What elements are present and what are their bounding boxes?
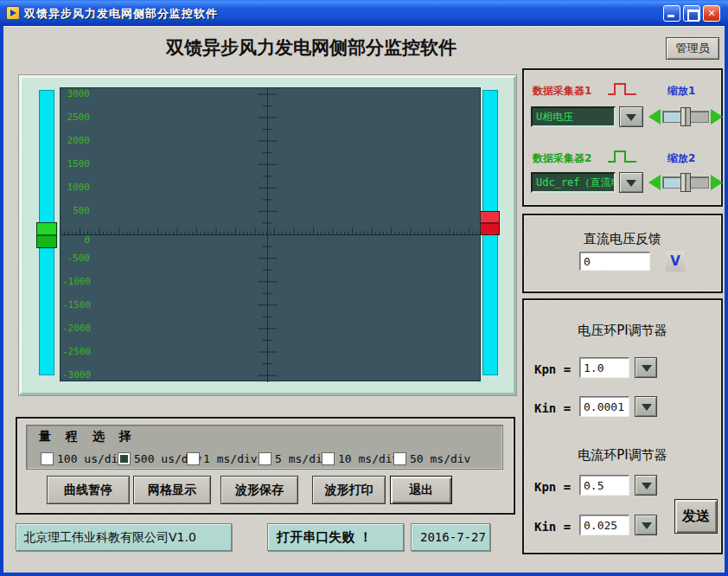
zoom2-slider[interactable] [648, 171, 723, 194]
collector1-label: 数据采集器1 [533, 84, 591, 99]
y-tick-label: 2000 [62, 135, 90, 146]
range-option-10ms[interactable]: 10 ms/div [322, 450, 399, 464]
collectors-panel: 数据采集器1 缩放1 U相电压 数据采集器2 缩放2 Udc_ref（直流电 [522, 68, 723, 207]
channel1-select[interactable]: U相电压 [531, 106, 616, 127]
channel2-dropdown-arrow-icon[interactable] [619, 172, 643, 193]
serial-error-message: 打开串口失败 ！ [267, 523, 404, 551]
voltage-kpn-dropdown-arrow-icon[interactable] [635, 357, 657, 378]
zoom1-slider[interactable] [648, 106, 723, 128]
app-window: 双馈异步风力发电网侧部分监控软件 ✕ 双馈异步风力发电网侧部分监控软件 管理员 … [0, 0, 728, 576]
current-kin-input[interactable] [579, 515, 629, 535]
y-tick-label: -2000 [62, 323, 90, 334]
range-option-100us[interactable]: 100 us/div [41, 450, 125, 464]
y-tick-label: 3000 [62, 88, 90, 99]
y-tick-label: -3000 [62, 369, 90, 381]
range-option-1ms[interactable]: 1 ms/div [187, 450, 258, 464]
checkbox-1ms[interactable] [187, 452, 200, 465]
voltage-kin-label: Kin = [534, 401, 571, 415]
close-button[interactable]: ✕ [703, 5, 720, 22]
admin-button[interactable]: 管理员 [666, 37, 719, 60]
range-title: 量 程 选 择 [39, 429, 137, 445]
y-tick-label: 2500 [62, 112, 90, 123]
date-display: 2016-7-27 [411, 523, 490, 551]
checkbox-10ms[interactable] [322, 452, 335, 465]
range-select-group: 量 程 选 择 100 us/div 500 us/div 1 ms/div 5… [26, 425, 503, 470]
current-kpn-input[interactable] [579, 475, 629, 496]
collector2-label: 数据采集器2 [533, 151, 591, 166]
channel2-select[interactable]: Udc_ref（直流电 [531, 172, 616, 193]
range-option-50ms[interactable]: 50 ms/div [393, 450, 470, 464]
oscilloscope-frame: 300025002000150010005000-500-1000-1500-2… [19, 75, 516, 395]
y-tick-label: -2500 [62, 346, 90, 357]
dc-feedback-input[interactable] [579, 252, 650, 271]
slider-thumb[interactable] [680, 173, 691, 192]
exit-button[interactable]: 退出 [390, 476, 452, 504]
maximize-button[interactable] [683, 5, 700, 22]
checkbox-50ms[interactable] [393, 452, 406, 465]
company-status: 北京理工伟业科教有限公司V1.0 [16, 523, 232, 551]
slider-right-arrow-icon[interactable] [711, 175, 723, 190]
window-title: 双馈异步风力发电网侧部分监控软件 [24, 6, 218, 22]
y-tick-label: 500 [62, 205, 90, 216]
zoom1-label: 缩放1 [667, 84, 695, 99]
print-waveform-button[interactable]: 波形打印 [312, 476, 386, 504]
checkbox-5ms[interactable] [259, 452, 271, 465]
voltage-kpn-input[interactable] [579, 357, 629, 378]
voltage-pi-title: 电压环PI调节器 [524, 323, 721, 339]
waveform-plot: 300025002000150010005000-500-1000-1500-2… [60, 87, 481, 381]
range-option-5ms[interactable]: 5 ms/div [259, 450, 329, 464]
voltage-kin-input[interactable] [579, 396, 629, 417]
checkbox-label: 1 ms/div [203, 452, 258, 465]
checkbox-label: 10 ms/div [338, 452, 399, 465]
app-icon [6, 6, 20, 20]
dc-feedback-label: 直流电压反馈 [524, 231, 721, 247]
client-area: 双馈异步风力发电网侧部分监控软件 管理员 3000250020001500100… [3, 26, 725, 573]
zoom2-label: 缩放2 [667, 151, 695, 166]
page-title: 双馈异步风力发电网侧部分监控软件 [104, 35, 519, 60]
y-tick-label: -500 [62, 253, 90, 264]
slider-thumb[interactable] [680, 107, 691, 126]
axes-svg [61, 88, 482, 382]
square-wave-green-icon [607, 148, 638, 165]
range-panel: 量 程 选 择 100 us/div 500 us/div 1 ms/div 5… [16, 417, 515, 515]
current-kpn-dropdown-arrow-icon[interactable] [635, 475, 657, 496]
checkbox-100us[interactable] [41, 452, 54, 465]
y-tick-label: 1500 [62, 158, 90, 170]
slider-left-arrow-icon[interactable] [648, 109, 661, 125]
left-cursor-handle[interactable] [36, 222, 57, 248]
current-kin-label: Kin = [534, 520, 571, 534]
y-tick-label: 1000 [62, 182, 90, 193]
channel1-dropdown-arrow-icon[interactable] [619, 106, 643, 127]
dc-feedback-panel: 直流电压反馈 V [522, 214, 723, 293]
minimize-button[interactable] [663, 5, 680, 22]
voltage-kpn-label: Kpn = [534, 362, 571, 376]
y-tick-label: 0 [62, 234, 90, 246]
grid-display-button[interactable]: 网格显示 [133, 476, 211, 504]
voltage-kin-dropdown-arrow-icon[interactable] [635, 396, 657, 417]
checkbox-label: 50 ms/div [410, 452, 470, 465]
title-bar: 双馈异步风力发电网侧部分监控软件 ✕ [0, 0, 728, 26]
square-wave-red-icon [607, 80, 638, 98]
checkbox-label: 100 us/div [57, 452, 125, 465]
current-kpn-label: Kpn = [534, 480, 571, 494]
send-button[interactable]: 发送 [674, 499, 718, 534]
y-tick-label: -1500 [62, 299, 90, 310]
current-pi-title: 电流环PI调节器 [524, 447, 721, 464]
volt-unit-label: V [666, 251, 685, 272]
slider-right-arrow-icon[interactable] [711, 109, 723, 125]
pause-curve-button[interactable]: 曲线暂停 [47, 476, 130, 504]
y-tick-label: -1000 [62, 276, 90, 287]
current-kin-dropdown-arrow-icon[interactable] [635, 515, 657, 535]
save-waveform-button[interactable]: 波形保存 [220, 476, 298, 504]
checkbox-500us[interactable] [118, 452, 131, 465]
slider-left-arrow-icon[interactable] [648, 175, 661, 190]
